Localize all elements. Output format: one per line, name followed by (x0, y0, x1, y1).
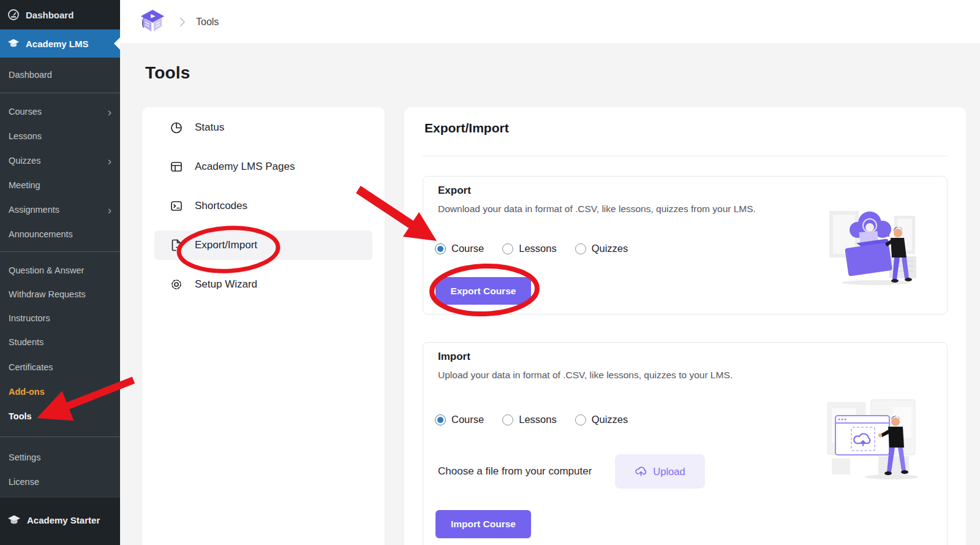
sidebar-divider (0, 251, 120, 252)
tools-menu-item-setup-wizard[interactable]: Setup Wizard (154, 270, 372, 299)
cloud-upload-icon (635, 465, 647, 478)
sidebar-divider (0, 436, 120, 437)
sidebar-item-wp-dashboard[interactable]: Dashboard (0, 0, 120, 29)
sidebar-item-instructors[interactable]: Instructors (0, 307, 120, 329)
dashboard-gauge-icon (7, 9, 20, 21)
tools-menu-label: Shortcodes (195, 200, 247, 212)
tools-menu-item-shortcodes[interactable]: Shortcodes (154, 191, 372, 221)
chevron-right-icon: › (108, 204, 111, 216)
sidebar-item-quizzes[interactable]: Quizzes› (0, 150, 120, 172)
export-import-panel: Export/Import Export Download your data … (404, 107, 966, 545)
sidebar-divider (0, 93, 120, 93)
academy-lms-logo (140, 8, 165, 36)
export-radio-group: Course Lessons Quizzes (435, 243, 628, 254)
gear-icon (169, 277, 184, 292)
tools-menu-card: Status Academy LMS Pages Shortcodes Expo… (142, 107, 385, 545)
export-section: Export Download your data in format of .… (423, 176, 948, 314)
radio-unselected-icon (575, 414, 586, 425)
tools-menu-label: Setup Wizard (195, 278, 257, 291)
wp-admin-sidebar: Dashboard Academy LMS Dashboard Courses›… (0, 0, 120, 545)
import-radio-course[interactable]: Course (435, 414, 484, 425)
sidebar-item-announcements[interactable]: Announcements (0, 223, 120, 245)
sidebar-item-question-answer[interactable]: Question & Answer (0, 259, 120, 281)
sidebar-item-assignments[interactable]: Assignments› (0, 199, 120, 221)
export-illustration (826, 202, 919, 286)
radio-selected-icon (435, 243, 446, 254)
active-menu-notch (114, 37, 120, 50)
radio-unselected-icon (502, 243, 513, 254)
radio-selected-icon (435, 414, 446, 425)
sidebar-item-withdraw-requests[interactable]: Withdraw Requests (0, 283, 120, 305)
tools-menu-label: Academy LMS Pages (195, 161, 295, 173)
sidebar-item-license[interactable]: License (0, 471, 120, 493)
tools-menu-item-export-import[interactable]: Export/Import (154, 231, 372, 260)
sidebar-item-lessons[interactable]: Lessons (0, 125, 120, 147)
import-illustration (820, 395, 918, 482)
import-radio-lessons[interactable]: Lessons (502, 414, 556, 425)
tools-menu-item-status[interactable]: Status (154, 113, 372, 142)
sidebar-item-certificates[interactable]: Certificates (0, 356, 120, 378)
chevron-right-icon: › (108, 106, 111, 118)
radio-unselected-icon (575, 243, 586, 254)
import-description: Upload your data in format of .CSV, like… (438, 370, 733, 381)
panel-divider (423, 156, 948, 156)
import-radio-group: Course Lessons Quizzes (435, 414, 628, 425)
sidebar-item-tools[interactable]: Tools (0, 405, 120, 427)
export-radio-lessons[interactable]: Lessons (502, 243, 556, 254)
export-course-button[interactable]: Export Course (435, 277, 531, 305)
panel-title: Export/Import (424, 121, 509, 135)
export-heading: Export (438, 185, 471, 197)
graduation-cap-icon (7, 38, 20, 49)
sidebar-item-courses[interactable]: Courses› (0, 101, 120, 123)
pages-icon (169, 159, 184, 174)
file-picker-label: Choose a file from your computer (438, 465, 592, 478)
terminal-icon (169, 199, 184, 213)
import-radio-quizzes[interactable]: Quizzes (575, 414, 628, 425)
chevron-right-icon: › (108, 155, 111, 167)
page-title: Tools (145, 63, 190, 83)
export-radio-course[interactable]: Course (435, 243, 484, 254)
export-radio-quizzes[interactable]: Quizzes (575, 243, 628, 254)
tools-menu-item-academy-lms-pages[interactable]: Academy LMS Pages (154, 152, 372, 181)
sidebar-item-label: Dashboard (26, 10, 74, 20)
academy-lms-tools-page: Dashboard Academy LMS Dashboard Courses›… (0, 0, 980, 545)
upload-button[interactable]: Upload (615, 454, 705, 489)
tools-menu-label: Status (195, 121, 224, 134)
sidebar-footer: Academy Starter (0, 498, 120, 545)
file-export-icon (169, 238, 184, 253)
import-section: Import Upload your data in format of .CS… (423, 342, 948, 545)
topbar: Tools (120, 0, 980, 44)
import-heading: Import (438, 351, 470, 363)
sidebar-item-dashboard[interactable]: Dashboard (0, 64, 120, 86)
import-course-button[interactable]: Import Course (435, 510, 531, 538)
export-description: Download your data in format of .CSV, li… (438, 204, 756, 215)
sidebar-item-label: Academy LMS (26, 39, 89, 49)
radio-unselected-icon (502, 414, 513, 425)
sidebar-item-settings[interactable]: Settings (0, 446, 120, 468)
sidebar-item-academy-lms[interactable]: Academy LMS (0, 29, 120, 58)
sidebar-item-add-ons[interactable]: Add-ons (0, 381, 120, 403)
graduation-cap-icon (7, 514, 21, 526)
breadcrumb[interactable]: Tools (196, 17, 219, 28)
pie-chart-icon (169, 120, 184, 135)
sidebar-item-academy-starter[interactable]: Academy Starter (0, 503, 120, 537)
tools-menu-label: Export/Import (195, 239, 257, 251)
sidebar-item-students[interactable]: Students (0, 331, 120, 353)
breadcrumb-chevron-icon (179, 17, 186, 27)
sidebar-item-meeting[interactable]: Meeting (0, 174, 120, 196)
